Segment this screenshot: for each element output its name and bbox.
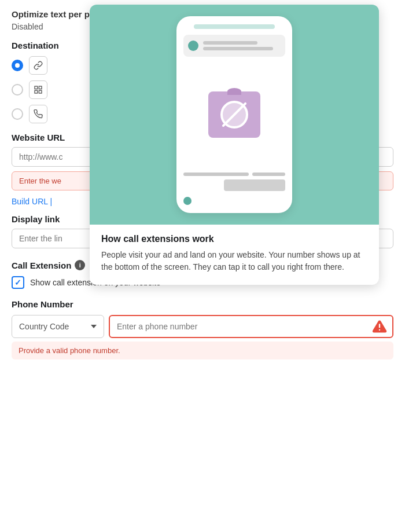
tooltip-text: How call extensions work People visit yo… xyxy=(90,225,379,285)
app-icon-box xyxy=(29,80,47,99)
phone-card-dot xyxy=(188,41,198,51)
shirt-graphic xyxy=(208,91,260,138)
svg-rect-0 xyxy=(35,86,38,89)
call-extension-label: Call Extension xyxy=(12,261,71,270)
tooltip-title: How call extensions work xyxy=(101,234,367,244)
radio-website[interactable] xyxy=(12,60,23,71)
app-icon xyxy=(34,85,43,94)
phone-number-label: Phone Number xyxy=(12,299,393,309)
phone-shirt-area xyxy=(183,63,285,167)
phone-bottom-dot xyxy=(183,197,192,205)
phone-bottom-lines xyxy=(183,173,285,176)
svg-rect-3 xyxy=(35,90,38,93)
warning-icon xyxy=(371,318,388,335)
chevron-down-icon xyxy=(91,325,97,328)
radio-app[interactable] xyxy=(12,84,23,96)
shirt-collar xyxy=(227,88,241,95)
show-call-extension-checkbox[interactable]: ✓ xyxy=(12,276,24,289)
phone-icon-box xyxy=(29,105,47,123)
phone-input-wrapper xyxy=(109,315,393,338)
build-url-link[interactable]: Build URL | xyxy=(12,197,52,206)
phone-icon xyxy=(34,109,43,119)
info-icon[interactable]: i xyxy=(75,260,85,270)
tooltip-overlay: How call extensions work People visit yo… xyxy=(90,5,379,285)
phone-illustration xyxy=(176,16,292,213)
phone-card-lines xyxy=(203,41,281,50)
checkmark-icon: ✓ xyxy=(14,278,21,287)
svg-rect-2 xyxy=(39,90,42,93)
phone-number-input[interactable] xyxy=(110,316,371,337)
main-content: Optimize text per person Disabled Destin… xyxy=(0,0,405,369)
tooltip-image xyxy=(90,5,379,225)
phone-card xyxy=(183,35,285,57)
country-code-text: Country Code xyxy=(19,322,69,331)
phone-bottom-button xyxy=(224,179,285,191)
country-code-select[interactable]: Country Code xyxy=(12,315,104,338)
phone-top-bar xyxy=(194,24,275,29)
tooltip-body: People visit your ad and land on your we… xyxy=(101,249,367,273)
phone-error-message: Provide a valid phone number. xyxy=(12,342,393,359)
no-sign-icon xyxy=(220,101,248,129)
link-icon xyxy=(34,61,43,70)
radio-phone[interactable] xyxy=(12,108,23,120)
phone-row: Country Code xyxy=(12,315,393,338)
phone-bottom-section xyxy=(183,173,285,205)
svg-rect-1 xyxy=(39,86,42,89)
link-icon-box xyxy=(29,56,47,75)
